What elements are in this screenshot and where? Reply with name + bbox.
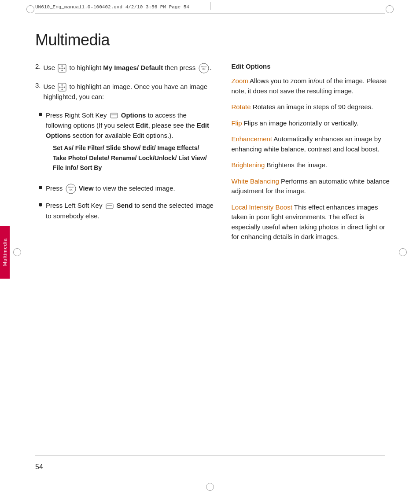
svg-text:OK: OK: [202, 68, 206, 70]
svg-point-1: [62, 68, 63, 69]
option-name-rotate: Rotate: [231, 103, 251, 110]
numbered-item-2: 2. Use to highlight My Images/ Default t…: [35, 63, 214, 74]
option-desc-flip: Flips an image horizontally or verticall…: [244, 119, 359, 127]
bullet-2-content: Press MENUOK View to view the selected i…: [46, 183, 175, 194]
svg-point-14: [64, 87, 65, 88]
sidebar-tab: Multimedia: [0, 226, 10, 279]
main-content: Multimedia 2. Use to highlight My Images…: [35, 22, 394, 478]
edit-option-rotate: Rotate Rotates an image in steps of 90 d…: [231, 102, 394, 112]
bullet-dot-2: [39, 186, 42, 189]
svg-point-2: [62, 66, 63, 67]
svg-point-4: [59, 68, 61, 69]
bullet-3-bold-send: Send: [117, 202, 133, 209]
option-name-local-intensity: Local Intensity Boost: [231, 203, 292, 211]
svg-rect-20: [106, 204, 113, 209]
svg-point-12: [62, 89, 63, 90]
numbered-item-3: 3. Use to highlight an image. Once you h…: [35, 81, 214, 102]
header-line: [35, 13, 385, 14]
option-name-zoom: Zoom: [231, 77, 248, 85]
svg-point-11: [62, 85, 63, 86]
bullet-item-2: Press MENUOK View to view the selected i…: [39, 183, 214, 194]
bullet-1-bold-edit-options: Edit Options: [46, 121, 209, 139]
bullet-2-bold-view: View: [79, 184, 94, 192]
ok-icon-1: MENUOK: [199, 63, 209, 74]
svg-point-13: [59, 87, 61, 88]
nav-icon-2: [58, 83, 66, 92]
columns-container: 2. Use to highlight My Images/ Default t…: [35, 63, 394, 248]
edit-option-brightening: Brightening Brightens the image.: [231, 160, 394, 170]
reg-mark-mid-right: [399, 248, 407, 256]
left-column: 2. Use to highlight My Images/ Default t…: [35, 63, 214, 248]
svg-point-3: [62, 70, 63, 71]
reg-mark-mid-left: [13, 248, 21, 256]
option-desc-zoom: Allows you to zoom in/out of the image. …: [231, 77, 387, 95]
option-desc-brightening: Brightens the image.: [266, 161, 327, 169]
edit-option-enhancement: Enhancement Automatically enhances an im…: [231, 134, 394, 154]
bullet-1-bold-edit: Edit: [136, 121, 148, 129]
edit-option-local-intensity: Local Intensity Boost This effect enhanc…: [231, 202, 394, 242]
nav-icon-1: [58, 64, 66, 73]
option-desc-rotate: Rotates an image in steps of 90 degrees.: [253, 103, 373, 110]
svg-text:OK: OK: [69, 188, 73, 191]
bullet-list: Press Right Soft Key Options to access t…: [39, 110, 214, 221]
bullet-item-3: Press Left Soft Key Send to send the sel…: [39, 200, 214, 221]
item-2-number: 2.: [35, 63, 41, 74]
sidebar-tab-label: Multimedia: [2, 238, 7, 266]
svg-point-5: [64, 68, 65, 69]
bullet-dot-3: [39, 203, 42, 206]
option-name-brightening: Brightening: [231, 161, 265, 169]
edit-option-zoom: Zoom Allows you to zoom in/out of the im…: [231, 76, 394, 96]
edit-option-flip: Flip Flips an image horizontally or vert…: [231, 118, 394, 129]
option-name-white-balancing: White Balancing: [231, 177, 279, 185]
bullet-3-content: Press Left Soft Key Send to send the sel…: [46, 200, 214, 221]
left-soft-key-icon: [106, 203, 114, 209]
item-3-content: Use to highlight an image. Once you have…: [44, 81, 214, 102]
option-name-flip: Flip: [231, 119, 242, 127]
item-3-number: 3.: [35, 81, 41, 102]
bullet-1-content: Press Right Soft Key Options to access t…: [46, 110, 214, 177]
right-column: Edit Options Zoom Allows you to zoom in/…: [231, 63, 394, 248]
header-text: UN610_Eng_manual1.0-100402.qxd 4/2/10 3:…: [35, 4, 189, 10]
svg-point-10: [62, 87, 63, 88]
reg-mark-top-left: [26, 5, 34, 13]
item-2-content: Use to highlight My Images/ Default then…: [44, 63, 212, 74]
options-list: Set As/ File Filter/ Slide Show/ Edit/ I…: [53, 143, 214, 173]
ok-icon-2: MENUOK: [66, 184, 76, 194]
page-title: Multimedia: [35, 31, 394, 49]
item-2-bold: My Images/ Default: [103, 64, 163, 71]
reg-mark-bottom-center: [206, 483, 214, 491]
reg-mark-top-right: [386, 5, 394, 13]
page-header: UN610_Eng_manual1.0-100402.qxd 4/2/10 3:…: [35, 4, 385, 10]
option-name-enhancement: Enhancement: [231, 135, 272, 143]
bullet-1-bold-options: Options: [121, 111, 146, 119]
svg-rect-15: [111, 113, 118, 118]
bullet-item-1: Press Right Soft Key Options to access t…: [39, 110, 214, 177]
bullet-dot-1: [39, 113, 42, 116]
edit-option-white-balancing: White Balancing Performs an automatic wh…: [231, 177, 394, 196]
edit-options-title: Edit Options: [231, 63, 394, 70]
right-soft-key-icon: [110, 113, 118, 118]
